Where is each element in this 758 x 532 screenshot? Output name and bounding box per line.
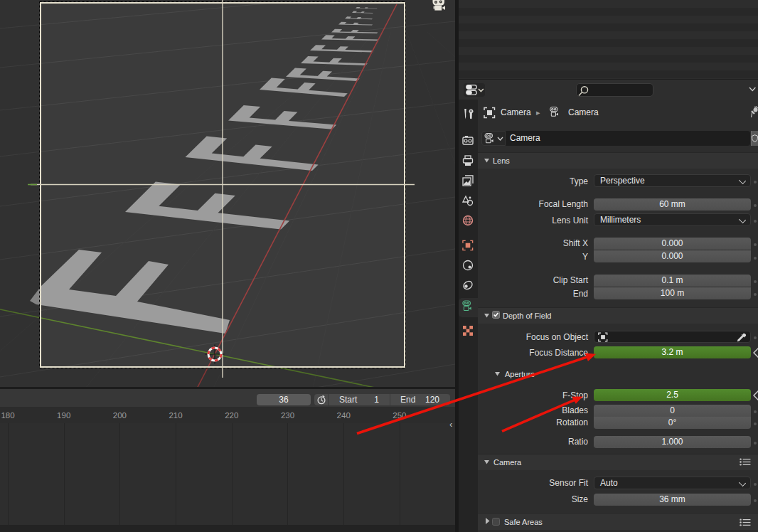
svg-text:220: 220 [225,411,238,420]
svg-text:210: 210 [169,411,182,420]
svg-text:230: 230 [281,411,294,420]
svg-text:240: 240 [337,411,351,420]
svg-text:190: 190 [57,411,70,420]
svg-text:200: 200 [113,411,127,420]
svg-text:250: 250 [393,411,406,420]
svg-text:180: 180 [1,411,14,420]
